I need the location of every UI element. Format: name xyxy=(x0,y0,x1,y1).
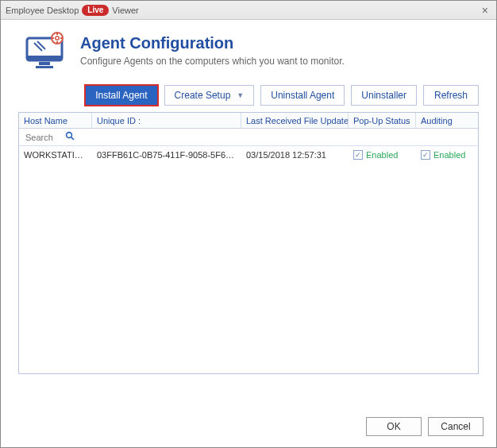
live-badge: Live xyxy=(82,5,109,16)
cell-auditing: ✓ Enabled xyxy=(416,150,472,160)
grid-search-row xyxy=(19,129,478,146)
auditing-status-label: Enabled xyxy=(433,150,465,160)
create-setup-label: Create Setup xyxy=(175,90,231,101)
page-subtitle: Configure Agents on the computers which … xyxy=(80,56,345,67)
popup-status-label: Enabled xyxy=(366,150,398,160)
close-icon[interactable]: × xyxy=(479,4,491,17)
page-title: Agent Configuration xyxy=(80,34,345,52)
chevron-down-icon: ▼ xyxy=(237,91,244,99)
footer: OK Cancel xyxy=(1,407,496,447)
grid-header: Host Name Unique ID : Last Received File… xyxy=(19,113,478,129)
app-title-suffix: Viewer xyxy=(112,6,138,15)
col-popup[interactable]: Pop-Up Status xyxy=(349,113,416,128)
auditing-checkbox[interactable]: ✓ xyxy=(421,150,430,160)
svg-rect-3 xyxy=(36,66,53,68)
svg-rect-10 xyxy=(60,37,63,39)
cell-last-update: 03/15/2018 12:57:31 xyxy=(241,150,349,160)
titlebar: Employee Desktop Live Viewer × xyxy=(1,1,496,20)
app-title-prefix: Employee Desktop xyxy=(6,6,79,15)
monitor-gear-icon xyxy=(23,31,69,72)
svg-rect-1 xyxy=(27,56,62,60)
dialog-window: Employee Desktop Live Viewer × Agent Con xyxy=(0,0,497,448)
install-agent-button[interactable]: Install Agent xyxy=(85,85,157,106)
uninstall-agent-button[interactable]: Uninstall Agent xyxy=(260,85,345,106)
uninstaller-button[interactable]: Uninstaller xyxy=(351,85,417,106)
search-icon[interactable] xyxy=(65,131,75,143)
svg-rect-9 xyxy=(52,37,54,39)
cancel-button[interactable]: Cancel xyxy=(428,417,484,436)
col-host[interactable]: Host Name xyxy=(19,113,92,128)
cell-popup: ✓ Enabled xyxy=(349,150,416,160)
table-row[interactable]: WORKSTATION-... 03FFB61C-0B75-411F-9058-… xyxy=(19,146,478,164)
search-cell xyxy=(19,129,92,145)
col-auditing[interactable]: Auditing xyxy=(416,113,472,128)
popup-checkbox[interactable]: ✓ xyxy=(353,150,363,160)
refresh-button[interactable]: Refresh xyxy=(423,85,479,106)
svg-point-12 xyxy=(67,133,72,138)
svg-rect-2 xyxy=(39,62,50,65)
agent-grid: Host Name Unique ID : Last Received File… xyxy=(18,112,479,374)
ok-button[interactable]: OK xyxy=(366,417,422,436)
toolbar: Install Agent Create Setup ▼ Uninstall A… xyxy=(1,80,496,112)
col-last-update[interactable]: Last Received File Update xyxy=(241,113,349,128)
cell-host: WORKSTATION-... xyxy=(19,150,92,160)
header-text: Agent Configuration Configure Agents on … xyxy=(80,31,345,67)
svg-line-13 xyxy=(71,137,74,140)
svg-rect-8 xyxy=(56,41,58,44)
create-setup-button[interactable]: Create Setup ▼ xyxy=(164,85,255,106)
search-input[interactable] xyxy=(24,132,62,143)
svg-rect-7 xyxy=(56,33,58,35)
header: Agent Configuration Configure Agents on … xyxy=(1,20,496,80)
col-unique-id[interactable]: Unique ID : xyxy=(92,113,241,128)
cell-unique-id: 03FFB61C-0B75-411F-9058-5F6A4A30... xyxy=(92,150,241,160)
